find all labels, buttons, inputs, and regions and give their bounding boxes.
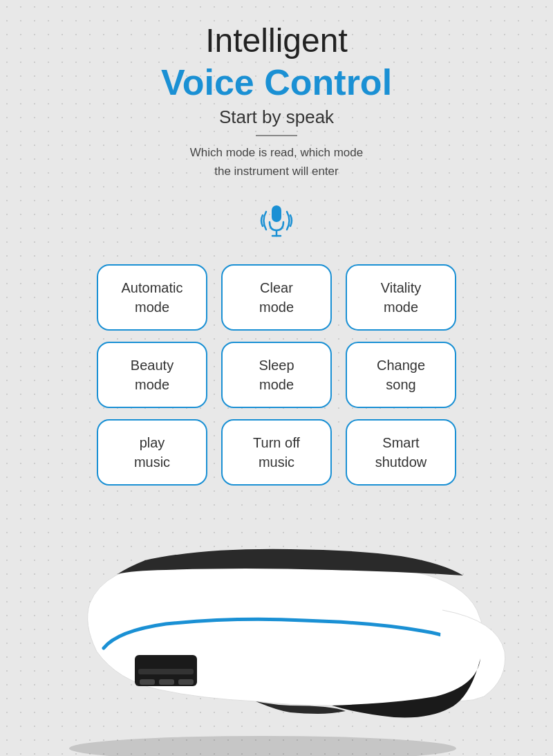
subtitle: Which mode is read, which mode the instr… (161, 143, 392, 181)
microphone-icon (256, 200, 297, 248)
voice-button-change-song[interactable]: Change song (346, 342, 456, 408)
svg-rect-8 (178, 679, 194, 685)
subtitle-line2: the instrument will enter (214, 165, 339, 178)
svg-rect-7 (159, 679, 174, 685)
title-speak: Start by speak (161, 107, 392, 128)
voice-button-turn-off-music[interactable]: Turn off music (221, 419, 332, 486)
voice-button-clear-mode[interactable]: Clear mode (221, 264, 332, 331)
svg-rect-6 (140, 679, 155, 685)
subtitle-line1: Which mode is read, which mode (190, 146, 363, 159)
voice-command-grid: Automatic modeClear modeVitality modeBea… (97, 264, 456, 486)
voice-button-smart-shutdown[interactable]: Smart shutdow (346, 419, 456, 486)
svg-rect-0 (272, 205, 281, 222)
title-divider (256, 135, 297, 136)
voice-button-automatic-mode[interactable]: Automatic mode (97, 264, 207, 331)
voice-button-vitality-mode[interactable]: Vitality mode (346, 264, 456, 331)
mic-svg (256, 200, 297, 241)
voice-button-beauty-mode[interactable]: Beauty mode (97, 342, 207, 408)
device-section (0, 513, 553, 756)
title-intelligent: Intelligent (161, 21, 392, 61)
voice-button-sleep-mode[interactable]: Sleep mode (221, 342, 332, 408)
title-voice-control: Voice Control (161, 61, 392, 104)
page-header: Intelligent Voice Control Start by speak… (161, 21, 392, 193)
voice-button-play-music[interactable]: play music (97, 419, 207, 486)
svg-rect-5 (138, 669, 194, 674)
svg-point-3 (69, 736, 456, 756)
device-illustration (28, 513, 525, 756)
